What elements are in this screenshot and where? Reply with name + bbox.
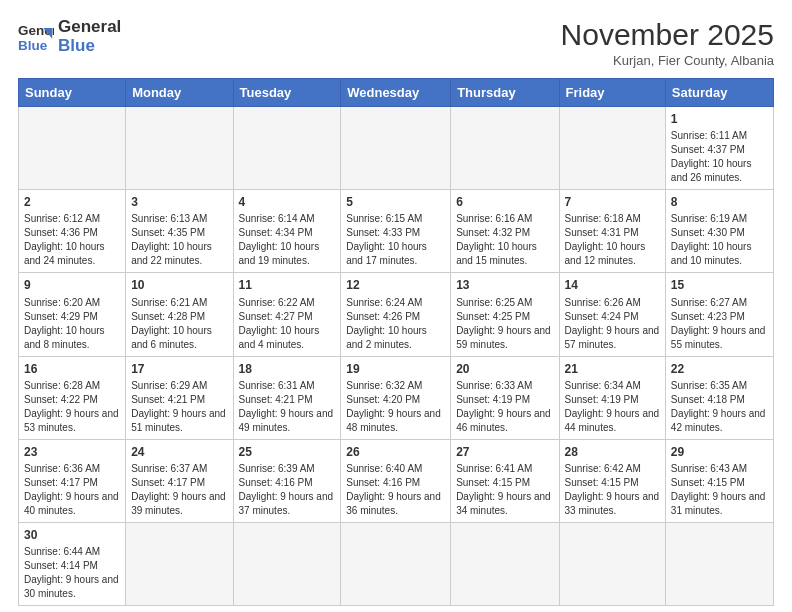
col-header-sunday: Sunday [19, 79, 126, 107]
day-number: 18 [239, 361, 336, 377]
calendar-cell: 3Sunrise: 6:13 AM Sunset: 4:35 PM Daylig… [126, 190, 233, 273]
calendar-cell: 12Sunrise: 6:24 AM Sunset: 4:26 PM Dayli… [341, 273, 451, 356]
calendar-cell: 8Sunrise: 6:19 AM Sunset: 4:30 PM Daylig… [665, 190, 773, 273]
calendar-cell: 27Sunrise: 6:41 AM Sunset: 4:15 PM Dayli… [451, 439, 559, 522]
calendar-header-row: SundayMondayTuesdayWednesdayThursdayFrid… [19, 79, 774, 107]
calendar-cell: 19Sunrise: 6:32 AM Sunset: 4:20 PM Dayli… [341, 356, 451, 439]
day-number: 3 [131, 194, 227, 210]
day-info: Sunrise: 6:33 AM Sunset: 4:19 PM Dayligh… [456, 379, 553, 435]
calendar-cell: 2Sunrise: 6:12 AM Sunset: 4:36 PM Daylig… [19, 190, 126, 273]
calendar-cell [126, 107, 233, 190]
calendar-cell: 9Sunrise: 6:20 AM Sunset: 4:29 PM Daylig… [19, 273, 126, 356]
day-info: Sunrise: 6:35 AM Sunset: 4:18 PM Dayligh… [671, 379, 768, 435]
calendar-row-1: 1Sunrise: 6:11 AM Sunset: 4:37 PM Daylig… [19, 107, 774, 190]
calendar-cell [341, 107, 451, 190]
logo: General Blue General Blue [18, 18, 121, 55]
header: General Blue General Blue November 2025 … [18, 18, 774, 68]
day-info: Sunrise: 6:39 AM Sunset: 4:16 PM Dayligh… [239, 462, 336, 518]
calendar-cell: 15Sunrise: 6:27 AM Sunset: 4:23 PM Dayli… [665, 273, 773, 356]
day-number: 28 [565, 444, 660, 460]
page: General Blue General Blue November 2025 … [0, 0, 792, 612]
day-number: 13 [456, 277, 553, 293]
day-number: 22 [671, 361, 768, 377]
day-number: 10 [131, 277, 227, 293]
day-number: 1 [671, 111, 768, 127]
day-number: 24 [131, 444, 227, 460]
day-number: 12 [346, 277, 445, 293]
day-number: 27 [456, 444, 553, 460]
calendar-cell: 10Sunrise: 6:21 AM Sunset: 4:28 PM Dayli… [126, 273, 233, 356]
calendar-row-6: 30Sunrise: 6:44 AM Sunset: 4:14 PM Dayli… [19, 522, 774, 605]
day-number: 14 [565, 277, 660, 293]
col-header-thursday: Thursday [451, 79, 559, 107]
day-info: Sunrise: 6:27 AM Sunset: 4:23 PM Dayligh… [671, 296, 768, 352]
calendar-cell [19, 107, 126, 190]
col-header-wednesday: Wednesday [341, 79, 451, 107]
col-header-tuesday: Tuesday [233, 79, 341, 107]
day-info: Sunrise: 6:36 AM Sunset: 4:17 PM Dayligh… [24, 462, 120, 518]
calendar-cell [341, 522, 451, 605]
day-info: Sunrise: 6:25 AM Sunset: 4:25 PM Dayligh… [456, 296, 553, 352]
day-info: Sunrise: 6:18 AM Sunset: 4:31 PM Dayligh… [565, 212, 660, 268]
day-number: 8 [671, 194, 768, 210]
day-info: Sunrise: 6:20 AM Sunset: 4:29 PM Dayligh… [24, 296, 120, 352]
calendar-cell [665, 522, 773, 605]
calendar-cell: 28Sunrise: 6:42 AM Sunset: 4:15 PM Dayli… [559, 439, 665, 522]
day-number: 17 [131, 361, 227, 377]
day-info: Sunrise: 6:24 AM Sunset: 4:26 PM Dayligh… [346, 296, 445, 352]
calendar-cell: 17Sunrise: 6:29 AM Sunset: 4:21 PM Dayli… [126, 356, 233, 439]
day-number: 2 [24, 194, 120, 210]
calendar-row-4: 16Sunrise: 6:28 AM Sunset: 4:22 PM Dayli… [19, 356, 774, 439]
svg-text:Blue: Blue [18, 37, 48, 52]
calendar-row-2: 2Sunrise: 6:12 AM Sunset: 4:36 PM Daylig… [19, 190, 774, 273]
logo-icon: General Blue [18, 19, 54, 55]
day-info: Sunrise: 6:37 AM Sunset: 4:17 PM Dayligh… [131, 462, 227, 518]
calendar-cell: 18Sunrise: 6:31 AM Sunset: 4:21 PM Dayli… [233, 356, 341, 439]
day-info: Sunrise: 6:41 AM Sunset: 4:15 PM Dayligh… [456, 462, 553, 518]
day-info: Sunrise: 6:34 AM Sunset: 4:19 PM Dayligh… [565, 379, 660, 435]
day-number: 21 [565, 361, 660, 377]
day-info: Sunrise: 6:43 AM Sunset: 4:15 PM Dayligh… [671, 462, 768, 518]
calendar-cell [126, 522, 233, 605]
day-info: Sunrise: 6:26 AM Sunset: 4:24 PM Dayligh… [565, 296, 660, 352]
day-number: 19 [346, 361, 445, 377]
day-number: 26 [346, 444, 445, 460]
day-info: Sunrise: 6:11 AM Sunset: 4:37 PM Dayligh… [671, 129, 768, 185]
day-info: Sunrise: 6:12 AM Sunset: 4:36 PM Dayligh… [24, 212, 120, 268]
day-info: Sunrise: 6:15 AM Sunset: 4:33 PM Dayligh… [346, 212, 445, 268]
calendar-row-3: 9Sunrise: 6:20 AM Sunset: 4:29 PM Daylig… [19, 273, 774, 356]
day-info: Sunrise: 6:13 AM Sunset: 4:35 PM Dayligh… [131, 212, 227, 268]
calendar-cell: 4Sunrise: 6:14 AM Sunset: 4:34 PM Daylig… [233, 190, 341, 273]
day-number: 16 [24, 361, 120, 377]
day-info: Sunrise: 6:42 AM Sunset: 4:15 PM Dayligh… [565, 462, 660, 518]
calendar-cell [559, 107, 665, 190]
calendar-cell: 29Sunrise: 6:43 AM Sunset: 4:15 PM Dayli… [665, 439, 773, 522]
calendar-cell: 23Sunrise: 6:36 AM Sunset: 4:17 PM Dayli… [19, 439, 126, 522]
day-info: Sunrise: 6:44 AM Sunset: 4:14 PM Dayligh… [24, 545, 120, 601]
day-info: Sunrise: 6:22 AM Sunset: 4:27 PM Dayligh… [239, 296, 336, 352]
calendar-cell: 6Sunrise: 6:16 AM Sunset: 4:32 PM Daylig… [451, 190, 559, 273]
day-number: 29 [671, 444, 768, 460]
logo-blue: Blue [58, 37, 121, 56]
subtitle: Kurjan, Fier County, Albania [561, 53, 774, 68]
col-header-friday: Friday [559, 79, 665, 107]
calendar-cell: 14Sunrise: 6:26 AM Sunset: 4:24 PM Dayli… [559, 273, 665, 356]
calendar-cell [451, 522, 559, 605]
calendar-cell: 24Sunrise: 6:37 AM Sunset: 4:17 PM Dayli… [126, 439, 233, 522]
day-number: 23 [24, 444, 120, 460]
calendar-cell [559, 522, 665, 605]
calendar-cell: 11Sunrise: 6:22 AM Sunset: 4:27 PM Dayli… [233, 273, 341, 356]
logo-general: General [58, 18, 121, 37]
day-number: 30 [24, 527, 120, 543]
calendar-cell: 20Sunrise: 6:33 AM Sunset: 4:19 PM Dayli… [451, 356, 559, 439]
day-info: Sunrise: 6:28 AM Sunset: 4:22 PM Dayligh… [24, 379, 120, 435]
day-number: 6 [456, 194, 553, 210]
day-info: Sunrise: 6:14 AM Sunset: 4:34 PM Dayligh… [239, 212, 336, 268]
day-info: Sunrise: 6:21 AM Sunset: 4:28 PM Dayligh… [131, 296, 227, 352]
calendar: SundayMondayTuesdayWednesdayThursdayFrid… [18, 78, 774, 606]
day-number: 5 [346, 194, 445, 210]
day-number: 20 [456, 361, 553, 377]
title-block: November 2025 Kurjan, Fier County, Alban… [561, 18, 774, 68]
calendar-row-5: 23Sunrise: 6:36 AM Sunset: 4:17 PM Dayli… [19, 439, 774, 522]
calendar-cell [451, 107, 559, 190]
